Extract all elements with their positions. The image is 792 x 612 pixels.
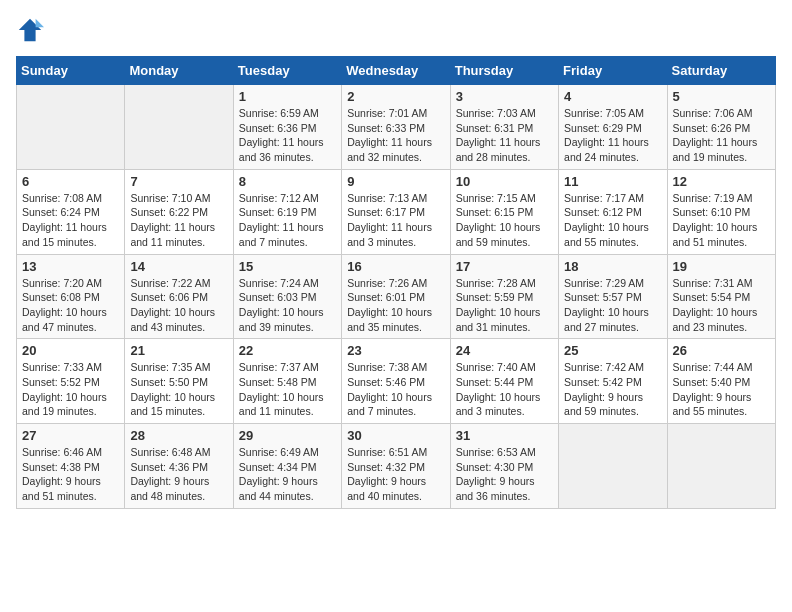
- weekday-header-thursday: Thursday: [450, 57, 558, 85]
- calendar-week-2: 6Sunrise: 7:08 AM Sunset: 6:24 PM Daylig…: [17, 169, 776, 254]
- weekday-header-monday: Monday: [125, 57, 233, 85]
- calendar-cell: [125, 85, 233, 170]
- day-info: Sunrise: 7:06 AM Sunset: 6:26 PM Dayligh…: [673, 106, 770, 165]
- day-number: 28: [130, 428, 227, 443]
- calendar-cell: 19Sunrise: 7:31 AM Sunset: 5:54 PM Dayli…: [667, 254, 775, 339]
- day-number: 17: [456, 259, 553, 274]
- day-number: 18: [564, 259, 661, 274]
- weekday-header-row: SundayMondayTuesdayWednesdayThursdayFrid…: [17, 57, 776, 85]
- calendar-cell: 17Sunrise: 7:28 AM Sunset: 5:59 PM Dayli…: [450, 254, 558, 339]
- calendar-cell: 6Sunrise: 7:08 AM Sunset: 6:24 PM Daylig…: [17, 169, 125, 254]
- calendar-cell: 20Sunrise: 7:33 AM Sunset: 5:52 PM Dayli…: [17, 339, 125, 424]
- calendar-cell: 14Sunrise: 7:22 AM Sunset: 6:06 PM Dayli…: [125, 254, 233, 339]
- day-info: Sunrise: 7:01 AM Sunset: 6:33 PM Dayligh…: [347, 106, 444, 165]
- calendar-cell: 2Sunrise: 7:01 AM Sunset: 6:33 PM Daylig…: [342, 85, 450, 170]
- day-info: Sunrise: 7:20 AM Sunset: 6:08 PM Dayligh…: [22, 276, 119, 335]
- day-number: 8: [239, 174, 336, 189]
- weekday-header-tuesday: Tuesday: [233, 57, 341, 85]
- day-info: Sunrise: 7:26 AM Sunset: 6:01 PM Dayligh…: [347, 276, 444, 335]
- calendar-cell: 9Sunrise: 7:13 AM Sunset: 6:17 PM Daylig…: [342, 169, 450, 254]
- day-info: Sunrise: 6:59 AM Sunset: 6:36 PM Dayligh…: [239, 106, 336, 165]
- day-info: Sunrise: 7:31 AM Sunset: 5:54 PM Dayligh…: [673, 276, 770, 335]
- calendar-table: SundayMondayTuesdayWednesdayThursdayFrid…: [16, 56, 776, 509]
- calendar-week-4: 20Sunrise: 7:33 AM Sunset: 5:52 PM Dayli…: [17, 339, 776, 424]
- page-header: [16, 16, 776, 44]
- day-info: Sunrise: 6:51 AM Sunset: 4:32 PM Dayligh…: [347, 445, 444, 504]
- day-number: 3: [456, 89, 553, 104]
- calendar-cell: 25Sunrise: 7:42 AM Sunset: 5:42 PM Dayli…: [559, 339, 667, 424]
- day-number: 30: [347, 428, 444, 443]
- calendar-cell: 16Sunrise: 7:26 AM Sunset: 6:01 PM Dayli…: [342, 254, 450, 339]
- day-number: 11: [564, 174, 661, 189]
- day-info: Sunrise: 7:17 AM Sunset: 6:12 PM Dayligh…: [564, 191, 661, 250]
- day-info: Sunrise: 7:40 AM Sunset: 5:44 PM Dayligh…: [456, 360, 553, 419]
- calendar-week-3: 13Sunrise: 7:20 AM Sunset: 6:08 PM Dayli…: [17, 254, 776, 339]
- day-info: Sunrise: 7:33 AM Sunset: 5:52 PM Dayligh…: [22, 360, 119, 419]
- calendar-cell: 30Sunrise: 6:51 AM Sunset: 4:32 PM Dayli…: [342, 424, 450, 509]
- day-info: Sunrise: 6:49 AM Sunset: 4:34 PM Dayligh…: [239, 445, 336, 504]
- day-info: Sunrise: 7:15 AM Sunset: 6:15 PM Dayligh…: [456, 191, 553, 250]
- day-number: 25: [564, 343, 661, 358]
- calendar-cell: 24Sunrise: 7:40 AM Sunset: 5:44 PM Dayli…: [450, 339, 558, 424]
- day-number: 20: [22, 343, 119, 358]
- weekday-header-saturday: Saturday: [667, 57, 775, 85]
- day-number: 4: [564, 89, 661, 104]
- day-number: 31: [456, 428, 553, 443]
- calendar-cell: 13Sunrise: 7:20 AM Sunset: 6:08 PM Dayli…: [17, 254, 125, 339]
- day-info: Sunrise: 7:08 AM Sunset: 6:24 PM Dayligh…: [22, 191, 119, 250]
- calendar-cell: [559, 424, 667, 509]
- day-info: Sunrise: 7:10 AM Sunset: 6:22 PM Dayligh…: [130, 191, 227, 250]
- day-number: 19: [673, 259, 770, 274]
- calendar-cell: 27Sunrise: 6:46 AM Sunset: 4:38 PM Dayli…: [17, 424, 125, 509]
- calendar-cell: 29Sunrise: 6:49 AM Sunset: 4:34 PM Dayli…: [233, 424, 341, 509]
- day-number: 16: [347, 259, 444, 274]
- weekday-header-friday: Friday: [559, 57, 667, 85]
- day-info: Sunrise: 7:24 AM Sunset: 6:03 PM Dayligh…: [239, 276, 336, 335]
- day-info: Sunrise: 6:48 AM Sunset: 4:36 PM Dayligh…: [130, 445, 227, 504]
- calendar-cell: 18Sunrise: 7:29 AM Sunset: 5:57 PM Dayli…: [559, 254, 667, 339]
- day-number: 15: [239, 259, 336, 274]
- day-number: 10: [456, 174, 553, 189]
- calendar-cell: 1Sunrise: 6:59 AM Sunset: 6:36 PM Daylig…: [233, 85, 341, 170]
- day-info: Sunrise: 7:19 AM Sunset: 6:10 PM Dayligh…: [673, 191, 770, 250]
- day-number: 26: [673, 343, 770, 358]
- day-number: 13: [22, 259, 119, 274]
- day-info: Sunrise: 7:37 AM Sunset: 5:48 PM Dayligh…: [239, 360, 336, 419]
- calendar-cell: 31Sunrise: 6:53 AM Sunset: 4:30 PM Dayli…: [450, 424, 558, 509]
- day-info: Sunrise: 7:38 AM Sunset: 5:46 PM Dayligh…: [347, 360, 444, 419]
- calendar-cell: 8Sunrise: 7:12 AM Sunset: 6:19 PM Daylig…: [233, 169, 341, 254]
- day-info: Sunrise: 7:05 AM Sunset: 6:29 PM Dayligh…: [564, 106, 661, 165]
- day-info: Sunrise: 6:53 AM Sunset: 4:30 PM Dayligh…: [456, 445, 553, 504]
- calendar-cell: [667, 424, 775, 509]
- calendar-cell: 11Sunrise: 7:17 AM Sunset: 6:12 PM Dayli…: [559, 169, 667, 254]
- calendar-cell: [17, 85, 125, 170]
- day-info: Sunrise: 7:22 AM Sunset: 6:06 PM Dayligh…: [130, 276, 227, 335]
- day-number: 23: [347, 343, 444, 358]
- calendar-cell: 5Sunrise: 7:06 AM Sunset: 6:26 PM Daylig…: [667, 85, 775, 170]
- calendar-cell: 3Sunrise: 7:03 AM Sunset: 6:31 PM Daylig…: [450, 85, 558, 170]
- calendar-cell: 26Sunrise: 7:44 AM Sunset: 5:40 PM Dayli…: [667, 339, 775, 424]
- weekday-header-wednesday: Wednesday: [342, 57, 450, 85]
- calendar-week-1: 1Sunrise: 6:59 AM Sunset: 6:36 PM Daylig…: [17, 85, 776, 170]
- calendar-cell: 10Sunrise: 7:15 AM Sunset: 6:15 PM Dayli…: [450, 169, 558, 254]
- logo-icon: [16, 16, 44, 44]
- day-number: 14: [130, 259, 227, 274]
- calendar-cell: 28Sunrise: 6:48 AM Sunset: 4:36 PM Dayli…: [125, 424, 233, 509]
- day-number: 9: [347, 174, 444, 189]
- calendar-cell: 15Sunrise: 7:24 AM Sunset: 6:03 PM Dayli…: [233, 254, 341, 339]
- day-number: 5: [673, 89, 770, 104]
- day-info: Sunrise: 7:44 AM Sunset: 5:40 PM Dayligh…: [673, 360, 770, 419]
- calendar-cell: 7Sunrise: 7:10 AM Sunset: 6:22 PM Daylig…: [125, 169, 233, 254]
- day-info: Sunrise: 7:03 AM Sunset: 6:31 PM Dayligh…: [456, 106, 553, 165]
- day-number: 22: [239, 343, 336, 358]
- day-info: Sunrise: 7:12 AM Sunset: 6:19 PM Dayligh…: [239, 191, 336, 250]
- day-info: Sunrise: 6:46 AM Sunset: 4:38 PM Dayligh…: [22, 445, 119, 504]
- calendar-cell: 4Sunrise: 7:05 AM Sunset: 6:29 PM Daylig…: [559, 85, 667, 170]
- day-number: 7: [130, 174, 227, 189]
- day-info: Sunrise: 7:28 AM Sunset: 5:59 PM Dayligh…: [456, 276, 553, 335]
- calendar-cell: 21Sunrise: 7:35 AM Sunset: 5:50 PM Dayli…: [125, 339, 233, 424]
- day-info: Sunrise: 7:42 AM Sunset: 5:42 PM Dayligh…: [564, 360, 661, 419]
- logo: [16, 16, 48, 44]
- day-number: 1: [239, 89, 336, 104]
- calendar-cell: 12Sunrise: 7:19 AM Sunset: 6:10 PM Dayli…: [667, 169, 775, 254]
